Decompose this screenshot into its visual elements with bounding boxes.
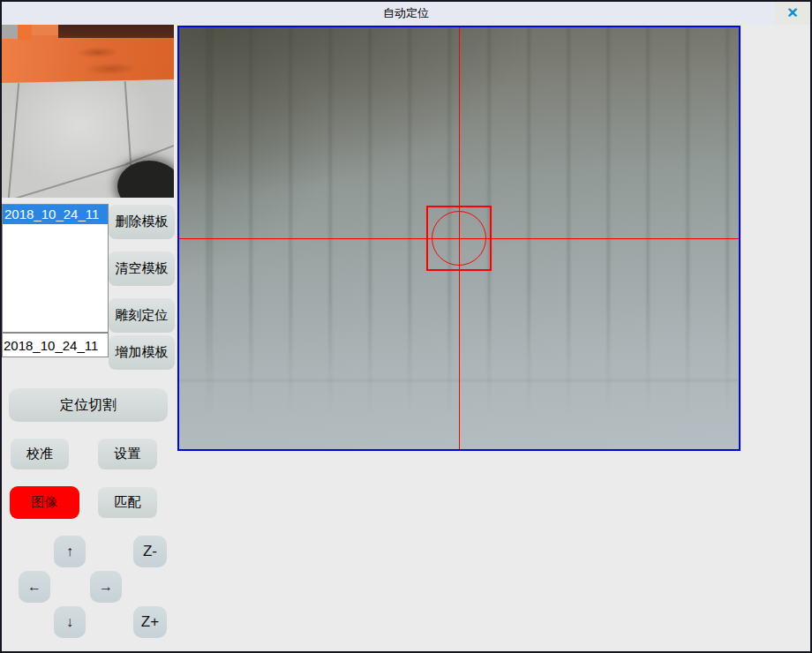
template-thumbnail-preview	[2, 25, 174, 198]
thumbnail-tile-line	[7, 83, 19, 198]
jog-z-plus-button[interactable]: Z+	[133, 606, 167, 638]
jog-down-button[interactable]: ↓	[54, 606, 86, 638]
template-name-input[interactable]	[2, 333, 109, 357]
thumbnail-orange-tab	[18, 25, 33, 40]
close-icon: ✕	[786, 6, 798, 20]
thumbnail-gray-corner	[2, 25, 18, 39]
jog-up-button[interactable]: ↑	[54, 536, 86, 567]
jog-left-button[interactable]: ←	[19, 571, 50, 603]
thumbnail-tile-line	[124, 81, 132, 166]
auto-position-dialog: 自动定位 ✕ 2018_10_24_11 删除模板 清空模板 雕刻定位 增加模板…	[0, 0, 812, 653]
jog-right-button[interactable]: →	[90, 571, 122, 603]
match-button[interactable]: 匹配	[98, 487, 157, 518]
window-title: 自动定位	[383, 5, 429, 21]
template-list[interactable]: 2018_10_24_11	[2, 204, 109, 333]
camera-image	[179, 27, 739, 449]
camera-view[interactable]	[177, 26, 741, 451]
position-cut-button[interactable]: 定位切割	[9, 388, 168, 422]
list-item-template[interactable]: 2018_10_24_11	[3, 205, 108, 224]
close-button[interactable]: ✕	[775, 2, 810, 25]
clear-templates-button[interactable]: 清空模板	[109, 251, 175, 286]
engrave-position-button[interactable]: 雕刻定位	[109, 298, 175, 333]
titlebar: 自动定位	[2, 2, 810, 25]
template-roi-circle	[432, 211, 486, 266]
delete-template-button[interactable]: 删除模板	[109, 205, 175, 239]
jog-z-minus-button[interactable]: Z-	[133, 536, 167, 567]
calibrate-button[interactable]: 校准	[11, 439, 69, 469]
add-template-button[interactable]: 增加模板	[109, 335, 175, 370]
thumbnail-tile-line	[15, 162, 131, 198]
thumbnail-top-strip	[32, 25, 60, 35]
thumbnail-dark-band	[58, 25, 174, 38]
settings-button[interactable]: 设置	[98, 439, 157, 469]
image-button[interactable]: 图像	[10, 486, 79, 519]
thumbnail-dark-object	[117, 161, 174, 198]
